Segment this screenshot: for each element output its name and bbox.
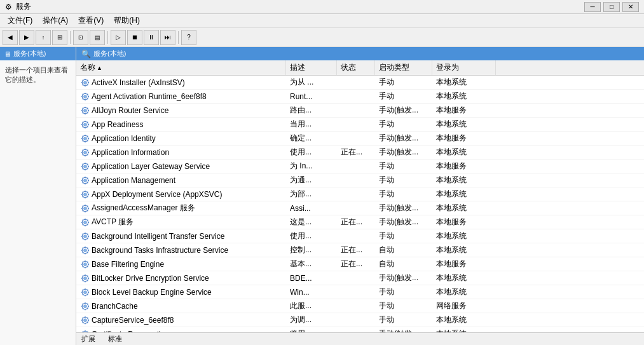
service-name-cell: Application Information <box>76 146 286 159</box>
table-row[interactable]: AVCTP 服务 这是... 正在... 手动(触发... 本地服务 <box>76 215 644 229</box>
service-login: 本地系统 <box>432 201 496 215</box>
svg-point-50 <box>84 304 86 307</box>
right-panel-header: 🔍 服务(本地) <box>76 47 644 60</box>
service-name: AllJoyn Router Service <box>92 106 168 115</box>
service-name-cell: Certificate Propagation <box>76 328 286 333</box>
service-status <box>337 165 375 168</box>
service-name-cell: Agent Activation Runtime_6eef8f8 <box>76 90 286 103</box>
svg-point-8 <box>84 109 86 111</box>
col-header-name[interactable]: 名称 ▲ <box>76 60 286 75</box>
service-login: 本地服务 <box>432 159 496 173</box>
menu-view[interactable]: 查看(V) <box>73 14 109 27</box>
service-desc: 路由... <box>286 104 337 117</box>
status-bar: 扩展 标准 <box>76 332 644 345</box>
service-desc: BDE... <box>286 273 337 284</box>
menu-bar: 文件(F) 操作(A) 查看(V) 帮助(H) <box>0 14 644 28</box>
table-row[interactable]: Background Intelligent Transfer Service … <box>76 229 644 243</box>
service-name: Application Layer Gateway Service <box>92 162 210 171</box>
forward-button[interactable]: ▶ <box>19 30 34 45</box>
menu-file[interactable]: 文件(F) <box>3 14 38 27</box>
service-name-cell: Application Identity <box>76 132 286 145</box>
service-name: ActiveX Installer (AxInstSV) <box>92 78 185 87</box>
service-login: 本地系统 <box>432 327 496 332</box>
table-row[interactable]: AppX Deployment Service (AppXSVC) 为部... … <box>76 187 644 201</box>
svg-point-32 <box>84 220 86 223</box>
services-table[interactable]: 名称 ▲ 描述 状态 启动类型 登录为 <box>76 60 644 332</box>
service-gear-icon <box>80 147 90 158</box>
service-gear-icon <box>80 119 90 130</box>
service-login: 本地系统 <box>432 173 496 187</box>
service-status <box>337 109 375 112</box>
service-name-cell: AllJoyn Router Service <box>76 104 286 117</box>
col-header-startup[interactable]: 启动类型 <box>375 60 432 75</box>
service-name: AppX Deployment Service (AppXSVC) <box>92 190 222 199</box>
service-desc: 此服... <box>286 299 337 313</box>
properties-button[interactable]: ⊡ <box>73 30 88 45</box>
service-startup: 手动 <box>375 187 432 201</box>
table-row[interactable]: BitLocker Drive Encryption Service BDE..… <box>76 271 644 285</box>
left-panel-description: 选择一个项目来查看它的描述。 <box>0 60 76 345</box>
show-hide-tree-button[interactable]: ⊞ <box>52 30 67 45</box>
table-row[interactable]: Application Identity 确定... 手动(触发... 本地服务 <box>76 132 644 145</box>
col-header-desc[interactable]: 描述 <box>286 60 337 75</box>
table-row[interactable]: CaptureService_6eef8f8 为调... 手动 本地系统 <box>76 313 644 327</box>
menu-action[interactable]: 操作(A) <box>38 14 73 27</box>
table-row[interactable]: Application Layer Gateway Service 为 In..… <box>76 159 644 173</box>
col-header-login[interactable]: 登录为 <box>432 60 496 75</box>
service-login: 本地服务 <box>432 215 496 229</box>
service-name-cell: Background Intelligent Transfer Service <box>76 230 286 243</box>
service-name: Base Filtering Engine <box>92 260 164 269</box>
table-row[interactable]: Certificate Propagation 将用... 手动(触发... 本… <box>76 327 644 332</box>
right-panel: 🔍 服务(本地) 名称 ▲ 描述 状态 启动类型 <box>76 47 644 345</box>
service-startup: 手动 <box>375 285 432 299</box>
maximize-button[interactable]: □ <box>603 2 620 12</box>
svg-point-14 <box>84 137 86 139</box>
service-desc: 当用... <box>286 118 337 131</box>
service-desc: 为通... <box>286 173 337 187</box>
svg-point-5 <box>84 95 86 97</box>
svg-point-20 <box>84 165 86 167</box>
start-service-button[interactable]: ▷ <box>111 30 126 45</box>
service-status <box>337 81 375 84</box>
table-row[interactable]: Application Information 使用... 正在... 手动(触… <box>76 145 644 159</box>
table-row[interactable]: Block Level Backup Engine Service Win...… <box>76 285 644 299</box>
svg-point-47 <box>84 290 86 293</box>
service-name-cell: Application Layer Gateway Service <box>76 160 286 173</box>
toolbar-btn-3[interactable]: ▤ <box>90 30 105 45</box>
table-row[interactable]: Background Tasks Infrastructure Service … <box>76 243 644 257</box>
table-row[interactable]: AssignedAccessManager 服务 Assi... 手动(触发..… <box>76 201 644 215</box>
table-row[interactable]: Base Filtering Engine 基本... 正在... 自动 本地服… <box>76 257 644 271</box>
table-body: ActiveX Installer (AxInstSV) 为从 ... 手动 本… <box>76 76 644 332</box>
service-name: Background Intelligent Transfer Service <box>92 232 224 241</box>
minimize-button[interactable]: ─ <box>584 2 601 12</box>
service-desc: Win... <box>286 287 337 298</box>
service-login: 本地系统 <box>432 285 496 299</box>
table-row[interactable]: App Readiness 当用... 手动 本地系统 <box>76 118 644 132</box>
table-row[interactable]: Application Management 为通... 手动 本地系统 <box>76 173 644 187</box>
table-row[interactable]: BranchCache 此服... 手动 网络服务 <box>76 299 644 313</box>
stop-service-button[interactable]: ⏹ <box>127 30 142 45</box>
restart-service-button[interactable]: ⏭ <box>160 30 175 45</box>
service-startup: 手动 <box>375 90 432 103</box>
left-panel: 🖥 服务(本地) 选择一个项目来查看它的描述。 <box>0 47 76 345</box>
close-button[interactable]: ✕ <box>622 2 639 12</box>
service-status: 正在... <box>337 145 375 159</box>
help-button[interactable]: ? <box>181 30 196 45</box>
service-desc: 为从 ... <box>286 76 337 89</box>
service-startup: 手动(触发... <box>375 132 432 145</box>
table-row[interactable]: Agent Activation Runtime_6eef8f8 Runt...… <box>76 90 644 104</box>
table-row[interactable]: ActiveX Installer (AxInstSV) 为从 ... 手动 本… <box>76 76 644 90</box>
service-name-cell: Block Level Backup Engine Service <box>76 286 286 299</box>
service-name-cell: App Readiness <box>76 118 286 131</box>
table-row[interactable]: AllJoyn Router Service 路由... 手动(触发... 本地… <box>76 104 644 118</box>
service-login: 网络服务 <box>432 299 496 313</box>
service-name: CaptureService_6eef8f8 <box>92 316 174 325</box>
back-button[interactable]: ◀ <box>3 30 18 45</box>
service-login: 本地服务 <box>432 257 496 271</box>
service-startup: 自动 <box>375 257 432 271</box>
col-header-status[interactable]: 状态 <box>337 60 375 75</box>
pause-service-button[interactable]: ⏸ <box>144 30 159 45</box>
menu-help[interactable]: 帮助(H) <box>109 14 145 27</box>
up-button[interactable]: ↑ <box>36 30 51 45</box>
title-bar: ⚙ 服务 ─ □ ✕ <box>0 0 644 14</box>
